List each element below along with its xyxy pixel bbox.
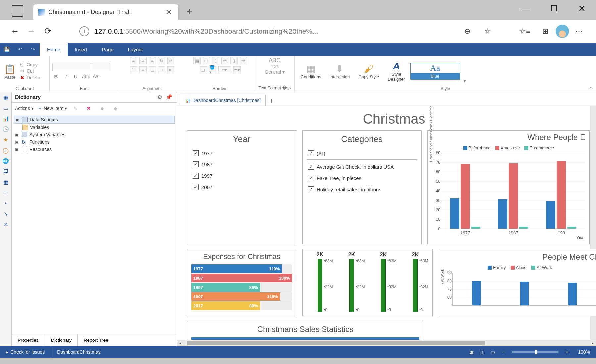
zoom-out-icon[interactable]: ⊖ — [460, 24, 475, 39]
font-size-dropdown[interactable] — [92, 63, 110, 71]
tree-resources[interactable]: ▣Resources — [14, 146, 175, 153]
ribbon-tab-page[interactable]: Page — [95, 43, 121, 56]
address-bar[interactable]: i 127.0.0.1:5500/Working%20with%20Dashbo… — [76, 24, 501, 39]
edit-icon[interactable]: ✎ — [71, 106, 80, 111]
italic-button[interactable]: I — [62, 74, 70, 79]
more-menu-icon[interactable]: ⋯ — [571, 24, 587, 39]
delete-item-icon[interactable]: ✖ — [84, 106, 93, 111]
zoom-in-button[interactable]: + — [562, 349, 572, 355]
tab-properties[interactable]: Properties — [12, 334, 45, 346]
toolbox-table-icon[interactable]: ▦ — [0, 92, 11, 103]
save-icon[interactable]: 💾 — [0, 43, 13, 56]
border-left-icon[interactable]: ▯ — [212, 57, 219, 64]
strike-button[interactable]: abc — [82, 74, 89, 79]
border-bottom-icon[interactable]: ▭ — [240, 57, 247, 64]
wrap-icon[interactable]: ↵ — [167, 57, 174, 64]
checkbox-category[interactable]: ✓Fake Tree, in pieces — [307, 172, 417, 184]
document-tab[interactable]: 📊DashboardChristmas [Christmas] — [180, 95, 266, 106]
new-tab-button[interactable]: ＋ — [183, 5, 196, 17]
tab-dictionary[interactable]: Dictionary — [45, 334, 78, 346]
settings-icon[interactable]: ⚙ — [155, 94, 164, 100]
toolbox-clock-icon[interactable]: 🕓 — [0, 124, 11, 134]
ribbon-tab-home[interactable]: Home — [40, 43, 68, 56]
panel-sales[interactable]: Christmans Sales Statistics YearNameAmou… — [187, 321, 423, 340]
toolbox-donut-icon[interactable]: ◯ — [0, 145, 11, 156]
refresh-button[interactable]: ⟳ — [40, 23, 56, 40]
tree-data-sources[interactable]: ▣Data Sources — [14, 116, 175, 124]
general-dropdown[interactable]: General ▾ — [265, 69, 285, 75]
panel-year[interactable]: Year ✓1977✓1987✓1997✓2007 — [187, 130, 296, 244]
panel-expenses[interactable]: Expenses for Christmas 1977119%1987130%1… — [187, 249, 296, 316]
interaction-button[interactable]: ⬇Interaction — [326, 63, 353, 79]
maximize-button[interactable] — [540, 0, 568, 17]
status-document[interactable]: DashboardChristmas — [51, 346, 107, 358]
font-color-button[interactable]: A▾ — [92, 73, 99, 79]
close-tab-icon[interactable]: ✕ — [164, 8, 174, 17]
toolbox-arrow-icon[interactable]: ↘ — [0, 208, 11, 219]
copy-button[interactable]: ⎘Copy — [18, 61, 42, 68]
checkbox-year[interactable]: ✓1987 — [191, 159, 292, 170]
pin-icon[interactable]: 📌 — [164, 94, 174, 100]
fill-color-icon[interactable]: 🪣▾ — [209, 66, 216, 73]
panel-where-people[interactable]: Where People E BeforehandXmas eveE-comme… — [427, 130, 590, 244]
style-designer-button[interactable]: AStyleDesigner — [384, 61, 408, 82]
checkbox-year[interactable]: ✓1977 — [191, 148, 292, 159]
conditions-button[interactable]: ▦Conditions — [297, 63, 324, 79]
checkbox-year[interactable]: ✓1997 — [191, 170, 292, 181]
redo-icon[interactable]: ↷ — [26, 43, 40, 56]
tree-variables[interactable]: Variables — [14, 124, 175, 131]
border-style-icon[interactable]: ━▾ — [218, 66, 231, 73]
horizontal-scrollbar[interactable]: ◂ ▸ — [177, 340, 596, 346]
collections-icon[interactable]: ⊞ — [538, 24, 553, 39]
favorite-icon[interactable]: ☆ — [480, 24, 495, 39]
outdent-icon[interactable]: ⇤ — [167, 66, 174, 73]
checkbox-year[interactable]: ✓2007 — [191, 181, 292, 193]
view-mode-2-icon[interactable]: ▯ — [477, 349, 487, 355]
shape-icon[interactable]: ◻ — [200, 66, 207, 73]
delete-button[interactable]: ✖Delete — [18, 74, 42, 81]
underline-button[interactable]: U — [72, 74, 79, 79]
minimize-button[interactable]: — — [512, 0, 540, 17]
close-window-button[interactable]: ✕ — [568, 0, 596, 17]
add-document-button[interactable]: ＋ — [266, 96, 277, 106]
profile-avatar[interactable] — [556, 25, 569, 38]
checkbox-category[interactable]: ✓Average Gift Check, in dollars USA — [307, 161, 417, 172]
checkbox-all[interactable]: ✓(All) — [307, 148, 417, 160]
toolbox-dot-icon[interactable]: • — [0, 198, 11, 208]
new-item-dropdown[interactable]: ＋New Item ▾ — [38, 105, 67, 111]
style-preset-blue[interactable]: Aa Blue — [410, 63, 460, 80]
rotate-icon[interactable]: ↻ — [158, 57, 165, 64]
valign-mid-icon[interactable]: ≡ — [139, 66, 147, 73]
ribbon-tab-layout[interactable]: Layout — [121, 43, 150, 56]
checkbox-category[interactable]: ✓Holiday retail sales, in billions — [307, 184, 417, 195]
move-up-icon[interactable]: ◆ — [97, 106, 107, 111]
toolbox-square-icon[interactable]: □ — [0, 187, 11, 198]
toolbox-globe-icon[interactable]: 🌐 — [0, 156, 11, 166]
border-right-icon[interactable]: ▯ — [230, 57, 238, 64]
move-down-icon[interactable]: ◆ — [111, 106, 120, 111]
browser-tab[interactable]: Christmas.mrt - Designer [Trial] ✕ — [33, 4, 179, 20]
valign-bottom-icon[interactable]: ⎵ — [149, 66, 156, 73]
design-canvas[interactable]: Christmas Year ✓1977✓1987✓1997✓2007 Cate… — [177, 106, 596, 340]
align-right-icon[interactable]: ≡ — [149, 57, 156, 64]
style-more-icon[interactable]: ▾ — [462, 76, 467, 85]
panel-categories[interactable]: Categories ✓(All) ✓Average Gift Check, i… — [302, 130, 422, 244]
border-color-icon[interactable]: ▭▾ — [233, 66, 241, 73]
tree-functions[interactable]: ▣fxFunctions — [14, 138, 175, 146]
zoom-slider[interactable] — [512, 351, 558, 353]
scroll-left-icon[interactable]: ◂ — [177, 340, 184, 346]
font-family-dropdown[interactable] — [52, 63, 90, 71]
bold-button[interactable]: B — [52, 74, 60, 79]
scroll-thumb[interactable] — [187, 341, 485, 345]
border-none-icon[interactable]: □ — [203, 57, 210, 64]
paste-button[interactable]: 📋 Paste — [3, 63, 18, 80]
scroll-right-icon[interactable]: ▸ — [589, 340, 596, 346]
ribbon-tab-insert[interactable]: Insert — [68, 43, 95, 56]
tree-system-variables[interactable]: ▣System Variables — [14, 131, 175, 138]
toolbox-grid-icon[interactable]: ▦ — [0, 177, 11, 187]
align-center-icon[interactable]: ≡ — [139, 57, 147, 64]
check-issues-button[interactable]: ▸ Check for Issues — [0, 346, 51, 358]
toolbox-star-icon[interactable]: ★ — [0, 134, 11, 145]
cut-button[interactable]: ✂Cut — [18, 68, 42, 74]
border-top-icon[interactable]: ▭ — [221, 57, 228, 64]
